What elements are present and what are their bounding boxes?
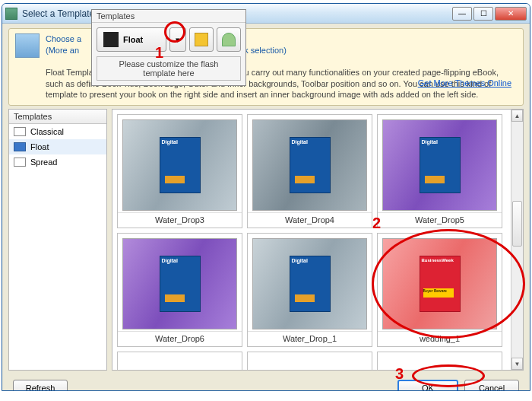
popup-hint: Please customize the flash template here xyxy=(97,56,241,81)
sidebar-header: Templates xyxy=(9,110,106,124)
dialog-footer: Refresh OK Cancel xyxy=(2,377,530,391)
float-template-button[interactable]: Float xyxy=(97,27,166,52)
close-button[interactable]: ✕ xyxy=(495,7,527,21)
refresh-button[interactable]: Refresh xyxy=(13,380,68,391)
template-cell-partial[interactable] xyxy=(247,352,372,371)
save-icon xyxy=(195,33,208,46)
sidebar-item-float[interactable]: Float xyxy=(9,139,106,154)
sidebar-item-label: Float xyxy=(30,142,49,151)
template-caption: Water_Drop3 xyxy=(118,212,242,228)
minimize-button[interactable]: — xyxy=(452,7,472,21)
float-popup: Templates Float ▾ Please customize the f… xyxy=(91,9,246,86)
maximize-button[interactable]: ☐ xyxy=(473,7,493,21)
templates-sidebar: Templates Classical Float Spread xyxy=(8,109,107,371)
book-icon xyxy=(103,32,119,47)
float-dropdown-button[interactable]: ▾ xyxy=(169,27,186,52)
float-icon xyxy=(14,142,26,151)
template-grid: Water_Drop3 Water_Drop4 Water_Drop5 Wate… xyxy=(112,109,524,371)
template-caption: Water_Drop_1 xyxy=(248,331,372,346)
template-thumbnail xyxy=(382,238,497,329)
template-caption: Water_Drop4 xyxy=(248,212,372,228)
template-thumbnail xyxy=(122,238,237,329)
app-icon xyxy=(5,8,17,20)
template-cell[interactable]: Water_Drop4 xyxy=(247,114,372,228)
import-template-button[interactable] xyxy=(217,27,241,52)
ok-button[interactable]: OK xyxy=(397,380,458,391)
classical-icon xyxy=(14,127,26,136)
spread-icon xyxy=(14,158,26,167)
body-area: Templates Classical Float Spread Water_D… xyxy=(2,109,530,377)
intro-highlight-b: (More an xyxy=(46,46,79,55)
sidebar-item-label: Classical xyxy=(30,127,64,136)
import-icon xyxy=(222,33,236,46)
chevron-down-icon: ▾ xyxy=(176,35,180,45)
scroll-down-button[interactable]: ▼ xyxy=(511,358,523,370)
sidebar-item-label: Spread xyxy=(30,158,57,167)
template-cell[interactable]: Water_Drop_1 xyxy=(247,233,372,347)
template-cell-partial[interactable] xyxy=(377,352,502,371)
template-thumbnail xyxy=(122,119,237,211)
save-template-button[interactable] xyxy=(189,27,214,52)
scroll-up-button[interactable]: ▲ xyxy=(511,110,523,122)
template-cell[interactable]: Water_Drop6 xyxy=(117,233,242,347)
template-thumbnail xyxy=(382,119,497,211)
intro-highlight-a: Choose a xyxy=(46,34,81,43)
template-caption: Water_Drop6 xyxy=(118,331,242,346)
template-thumbnail xyxy=(252,238,367,329)
popup-header: Templates xyxy=(92,10,245,23)
grid-scrollbar[interactable]: ▲ ▼ xyxy=(511,110,523,370)
sidebar-item-spread[interactable]: Spread xyxy=(9,154,106,170)
intro-panel: Choose a (More an uick selection) Float … xyxy=(8,28,524,106)
template-cell-partial[interactable] xyxy=(117,352,242,371)
template-caption: Water_Drop5 xyxy=(378,212,502,228)
float-label: Float xyxy=(123,35,143,44)
template-cell[interactable]: Water_Drop5 xyxy=(377,114,502,228)
template-cell[interactable]: wedding_1 xyxy=(377,233,502,347)
titlebar[interactable]: Select a Template — ☐ ✕ xyxy=(2,4,530,24)
sidebar-item-classical[interactable]: Classical xyxy=(9,124,106,139)
more-themes-link[interactable]: Get More Themes Online xyxy=(418,78,511,88)
template-thumbnail xyxy=(252,119,367,211)
cancel-button[interactable]: Cancel xyxy=(464,380,519,391)
dialog-window: Select a Template — ☐ ✕ Choose a (More a… xyxy=(2,3,530,391)
template-cell[interactable]: Water_Drop3 xyxy=(117,114,242,228)
scroll-thumb[interactable] xyxy=(512,201,522,247)
template-large-icon xyxy=(15,33,40,58)
template-caption: wedding_1 xyxy=(378,331,502,346)
